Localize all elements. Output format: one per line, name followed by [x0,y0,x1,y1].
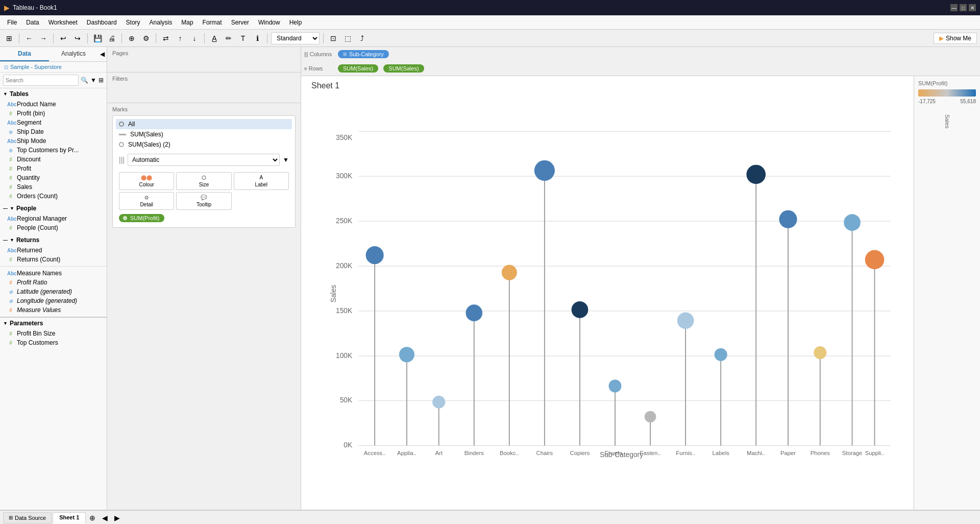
people-section-header[interactable]: — ▼ People [0,203,107,214]
sidebar-item-segment[interactable]: Abc Segment [0,118,107,127]
marks-type-dropdown[interactable]: Automatic Bar Line Area Circle [128,154,280,166]
search-button[interactable]: 🔍 [81,75,88,85]
toolbar-share-icon[interactable]: ⤴ [356,32,368,44]
add-sheet-button[interactable]: ⊕ [87,512,98,523]
toolbar-connect-icon[interactable]: ⚙ [140,32,152,44]
tab-data[interactable]: Data [0,47,49,61]
menu-story[interactable]: Story [122,17,144,28]
marks-type-expand-button[interactable]: ▼ [283,156,289,163]
bar-circle-14[interactable] [844,214,861,231]
toolbar-sort-asc-icon[interactable]: ↑ [174,32,186,44]
sidebar-item-returned[interactable]: Abc Returned [0,246,107,255]
toolbar-highlight-icon[interactable]: ✏ [223,32,235,44]
menu-map[interactable]: Map [177,17,197,28]
sidebar-item-measure-values[interactable]: # Measure Values [0,305,107,315]
bar-circle-2[interactable] [432,396,445,409]
scroll-right-sheet-button[interactable]: ▶ [111,512,122,523]
sidebar-item-people-count[interactable]: # People (Count) [0,223,107,232]
toolbar-save-icon[interactable]: 💾 [91,32,104,44]
marks-row-sum-sales-2[interactable]: SUM(Sales) (2) [116,139,292,150]
menu-help[interactable]: Help [285,17,306,28]
bar-circle-12[interactable] [779,210,797,228]
data-source-tab[interactable]: ⊞ Data Source [3,512,52,523]
sidebar-item-returns-count[interactable]: # Returns (Count) [0,255,107,264]
minimize-button[interactable]: — [950,4,958,11]
toolbar-forward-button[interactable]: → [37,32,50,44]
toolbar-present-icon[interactable]: ⬚ [341,32,354,44]
menu-window[interactable]: Window [254,17,284,28]
sidebar-item-profit-ratio[interactable]: # Profit Ratio [0,278,107,287]
toolbar-text-icon[interactable]: T [237,32,249,44]
menu-data[interactable]: Data [22,17,43,28]
returns-section-header[interactable]: — ▼ Returns [0,234,107,246]
toolbar-swap-icon[interactable]: ⇄ [160,32,172,44]
bar-circle-0[interactable] [366,246,384,264]
sub-category-pill[interactable]: ⊞ Sub-Category [338,50,389,58]
toolbar-new-datasource-icon[interactable]: ⊕ [126,32,138,44]
toolbar-tooltip-icon[interactable]: ℹ [251,32,263,44]
sidebar-item-quantity[interactable]: # Quantity [0,173,107,182]
sidebar-item-ship-date[interactable]: ⊛ Ship Date [0,127,107,136]
datasource-label[interactable]: Sample - Superstore [10,64,62,70]
menu-server[interactable]: Server [227,17,253,28]
sidebar-item-sales[interactable]: # Sales [0,182,107,192]
menu-worksheet[interactable]: Worksheet [44,17,82,28]
sidebar-collapse-button[interactable]: ◀ [98,47,107,61]
marks-detail-button[interactable]: ⊙ Detail [119,192,174,210]
marks-row-all[interactable]: All [116,119,292,129]
bar-circle-11[interactable] [746,165,766,184]
menu-file[interactable]: File [3,17,21,28]
bar-circle-13[interactable] [814,346,826,359]
sidebar-item-top-customers[interactable]: ⊛ Top Customers by Pr... [0,146,107,155]
tables-section-header[interactable]: ▼ Tables [0,88,107,100]
view-type-dropdown[interactable]: Standard Fit Width Fit Height Entire Vie… [271,32,320,44]
search-input[interactable] [3,75,79,86]
sidebar-item-measure-names[interactable]: Abc Measure Names [0,269,107,278]
toolbar-undo-button[interactable]: ↩ [57,32,69,44]
sidebar-item-regional-manager[interactable]: Abc Regional Manager [0,214,107,223]
bar-circle-7[interactable] [608,379,621,392]
bar-circle-6[interactable] [572,301,589,318]
sidebar-item-orders-count[interactable]: # Orders (Count) [0,192,107,201]
bar-circle-10[interactable] [715,348,727,361]
bar-circle-15[interactable] [865,250,885,270]
bar-circle-9[interactable] [677,312,694,329]
tab-analytics[interactable]: Analytics [49,47,98,61]
marks-tooltip-button[interactable]: 💬 Tooltip [176,192,231,210]
sum-sales-pill-2[interactable]: SUM(Sales) [383,64,424,73]
marks-profit-pill[interactable]: SUM(Profit) [119,214,164,222]
marks-label-button[interactable]: A Label [234,172,289,190]
toolbar-fix-icon[interactable]: ⊡ [327,32,339,44]
scroll-left-sheet-button[interactable]: ◀ [99,512,110,523]
bar-circle-4[interactable] [502,265,517,280]
bar-circle-5[interactable] [534,160,555,181]
group-icon[interactable]: ⊞ [99,75,104,85]
sidebar-item-profit[interactable]: # Profit [0,164,107,173]
close-button[interactable]: ✕ [969,4,976,11]
marks-colour-button[interactable]: ⬤⬤ Colour [119,172,174,190]
marks-row-sum-sales[interactable]: SUM(Sales) [116,129,292,139]
sidebar-item-discount[interactable]: # Discount [0,155,107,164]
toolbar-home-icon[interactable]: ⊞ [3,32,15,44]
sidebar-item-product-name[interactable]: Abc Product Name [0,100,107,109]
sidebar-item-latitude[interactable]: ⊛ Latitude (generated) [0,287,107,296]
toolbar-redo-button[interactable]: ↪ [71,32,84,44]
menu-format[interactable]: Format [199,17,226,28]
toolbar-back-button[interactable]: ← [23,32,35,44]
bar-circle-3[interactable] [465,304,482,321]
filter-icon[interactable]: ▼ [90,75,96,85]
marks-size-button[interactable]: ⬡ Size [176,172,231,190]
maximize-button[interactable]: □ [960,4,967,11]
toolbar-underline-icon[interactable]: A [208,32,220,44]
toolbar-sort-desc-icon[interactable]: ↓ [188,32,201,44]
menu-analysis[interactable]: Analysis [145,17,177,28]
sidebar-item-profit-bin-size[interactable]: # Profit Bin Size [0,329,107,338]
sidebar-item-profit-bin[interactable]: # Profit (bin) [0,109,107,118]
bar-circle-8[interactable] [645,411,656,423]
parameters-header[interactable]: ▼ Parameters [0,318,107,329]
menu-dashboard[interactable]: Dashboard [83,17,121,28]
sidebar-item-ship-mode[interactable]: Abc Ship Mode [0,136,107,146]
sheet1-tab[interactable]: Sheet 1 [53,512,86,523]
toolbar-print-icon[interactable]: 🖨 [106,32,118,44]
sum-sales-pill-1[interactable]: SUM(Sales) [338,64,378,73]
